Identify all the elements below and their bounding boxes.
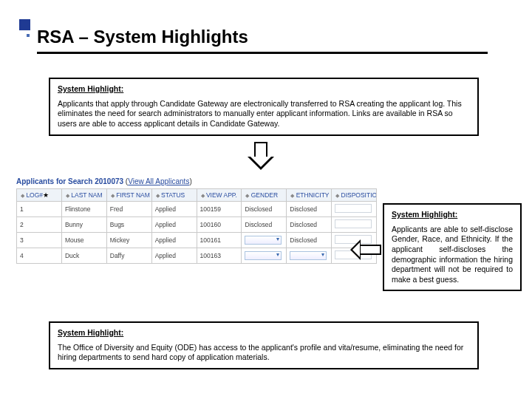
applicants-tbody: 1FlinstoneFredApplied100159DisclosedDisc… (17, 202, 377, 264)
callout-heading: System Highlight: (58, 84, 470, 95)
callout-heading: System Highlight: (58, 328, 470, 338)
gender-dropdown[interactable] (245, 236, 282, 245)
cell-last: Duck (61, 248, 106, 264)
cell-status: Applied (151, 233, 197, 248)
cell-ethnicity: Disclosed (287, 217, 332, 233)
table-row: 1FlinstoneFredApplied100159DisclosedDisc… (17, 202, 377, 217)
cell-first: Mickey (106, 233, 151, 248)
cell-ethnicity: Disclosed (287, 233, 332, 248)
slide-deco-square (19, 19, 30, 30)
cell-view-link[interactable]: 100160 (197, 217, 242, 233)
disposition-input[interactable] (335, 204, 372, 213)
callout-heading: System Highlight: (392, 210, 513, 220)
arrow-down-icon (248, 142, 274, 170)
cell-last: Flinstone (61, 202, 106, 217)
slide-deco-dot (27, 34, 30, 37)
cell-log: 1 (17, 202, 62, 217)
col-gender[interactable]: ◆ GENDER (242, 189, 287, 202)
cell-dispo[interactable] (332, 217, 377, 233)
callout-top: System Highlight: Applicants that apply … (49, 78, 479, 136)
table-header-row: ◆ LOG#★ ◆ LAST NAM ◆ FIRST NAM ◆ STATUS … (17, 189, 377, 202)
cell-gender[interactable] (242, 233, 287, 248)
cell-status: Applied (151, 217, 197, 233)
cell-last: Mouse (61, 233, 106, 248)
cell-first: Daffy (106, 248, 151, 264)
cell-gender[interactable] (242, 248, 287, 264)
applicants-heading: Applicants for Search 2010073 (View All … (16, 177, 377, 185)
applicants-panel: Applicants for Search 2010073 (View All … (16, 177, 377, 264)
cell-log: 4 (17, 248, 62, 264)
callout-body: The Office of Diversity and Equity (ODE)… (58, 343, 463, 362)
col-status[interactable]: ◆ STATUS (151, 189, 197, 202)
page-title: RSA – System Highlights (37, 27, 248, 47)
view-all-link[interactable]: View All Applicants (128, 177, 189, 185)
cell-status: Applied (151, 248, 197, 264)
cell-ethnicity: Disclosed (287, 202, 332, 217)
table-row: 2BunnyBugsApplied100160DisclosedDisclose… (17, 217, 377, 233)
cell-view-link[interactable]: 100161 (197, 233, 242, 248)
title-rule (37, 52, 488, 54)
gender-dropdown[interactable] (245, 251, 282, 260)
disposition-input[interactable] (335, 219, 372, 228)
cell-first: Bugs (106, 217, 151, 233)
col-dispo[interactable]: ◆ DISPOSITIO (332, 189, 377, 202)
col-first[interactable]: ◆ FIRST NAM (106, 189, 151, 202)
applicants-title-prefix: Applicants for Search (16, 177, 95, 185)
callout-body: Applicants are able to self-disclose Gen… (392, 225, 513, 284)
ethnicity-dropdown[interactable] (290, 251, 327, 260)
cell-first: Fred (106, 202, 151, 217)
table-row: 4DuckDaffyApplied100163 (17, 248, 377, 264)
col-view[interactable]: ◆ VIEW APP. (197, 189, 242, 202)
callout-bottom: System Highlight: The Office of Diversit… (49, 321, 479, 369)
cell-log: 2 (17, 217, 62, 233)
cell-gender: Disclosed (242, 202, 287, 217)
col-last[interactable]: ◆ LAST NAM (61, 189, 106, 202)
col-log[interactable]: ◆ LOG#★ (17, 189, 62, 202)
cell-status: Applied (151, 202, 197, 217)
cell-dispo[interactable] (332, 202, 377, 217)
applicants-table: ◆ LOG#★ ◆ LAST NAM ◆ FIRST NAM ◆ STATUS … (16, 188, 377, 264)
cell-view-link[interactable]: 100163 (197, 248, 242, 264)
cell-last: Bunny (61, 217, 106, 233)
table-row: 3MouseMickeyApplied100161Disclosed (17, 233, 377, 248)
callout-right: System Highlight: Applicants are able to… (383, 203, 522, 291)
callout-body: Applicants that apply through Candidate … (58, 99, 462, 128)
cell-ethnicity[interactable] (287, 248, 332, 264)
cell-gender: Disclosed (242, 217, 287, 233)
cell-view-link[interactable]: 100159 (197, 202, 242, 217)
col-ethnicity[interactable]: ◆ ETHNICITY (287, 189, 332, 202)
applicants-search-id: 2010073 (95, 177, 123, 185)
arrow-left-icon (350, 239, 381, 260)
cell-log: 3 (17, 233, 62, 248)
